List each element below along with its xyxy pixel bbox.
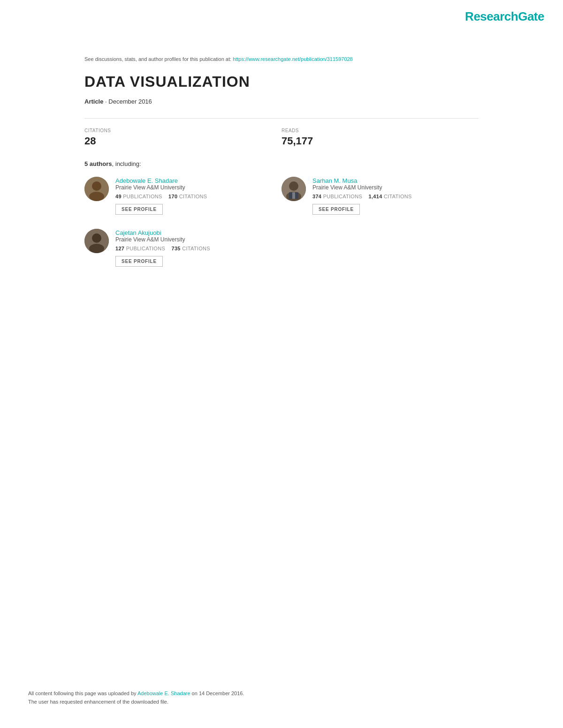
author-name-cajetan[interactable]: Cajetan Akujuobi xyxy=(115,229,161,236)
article-date: December 2016 xyxy=(108,98,152,105)
author-institution-cajetan: Prairie View A&M University xyxy=(115,236,263,243)
avatar-cajetan xyxy=(84,229,109,253)
svg-point-4 xyxy=(289,181,298,191)
reads-value: 75,177 xyxy=(282,135,460,147)
footer-upload-text: All content following this page was uplo… xyxy=(28,690,535,696)
footer-uploader-link[interactable]: Adebowale E. Shadare xyxy=(137,690,190,696)
stats-divider xyxy=(84,118,479,119)
article-meta: Article · December 2016 xyxy=(84,98,479,105)
author-institution-shadare: Prairie View A&M University xyxy=(115,184,263,191)
author-card-shadare: Adebowale E. Shadare Prairie View A&M Un… xyxy=(84,177,282,215)
footer-uploaded-text: All content following this page was uplo… xyxy=(28,690,137,696)
author-info-musa: Sarhan M. Musa Prairie View A&M Universi… xyxy=(312,177,460,215)
publication-title: DATA VISUALIZATION xyxy=(84,73,479,90)
footer-note: The user has requested enhancement of th… xyxy=(28,699,535,705)
author-card-musa: Sarhan M. Musa Prairie View A&M Universi… xyxy=(282,177,479,215)
reads-label: READS xyxy=(282,128,460,133)
see-profile-button-shadare[interactable]: SEE PROFILE xyxy=(115,204,163,215)
avatar-musa xyxy=(282,177,306,201)
svg-point-9 xyxy=(92,233,101,243)
author-info-cajetan: Cajetan Akujuobi Prairie View A&M Univer… xyxy=(115,229,263,267)
citations-label: CITATIONS xyxy=(84,128,263,133)
svg-rect-7 xyxy=(292,192,295,199)
see-profile-button-cajetan[interactable]: SEE PROFILE xyxy=(115,256,163,267)
see-profile-button-musa[interactable]: SEE PROFILE xyxy=(312,204,360,215)
author-info-shadare: Adebowale E. Shadare Prairie View A&M Un… xyxy=(115,177,263,215)
notice-bar: See discussions, stats, and author profi… xyxy=(84,56,479,62)
footer: All content following this page was uplo… xyxy=(28,690,535,705)
site-header: ResearchGate xyxy=(446,0,563,33)
footer-uploaded-date: on 14 December 2016. xyxy=(190,690,244,696)
author-stats-musa: 374 PUBLICATIONS 1,414 CITATIONS xyxy=(312,194,460,199)
svg-point-10 xyxy=(89,244,104,253)
citations-stat: CITATIONS 28 xyxy=(84,128,282,147)
publication-link[interactable]: https://www.researchgate.net/publication… xyxy=(233,56,353,62)
authors-summary: 5 authors, including: xyxy=(84,160,479,167)
svg-point-2 xyxy=(89,192,104,201)
article-type: Article xyxy=(84,98,103,105)
authors-grid: Adebowale E. Shadare Prairie View A&M Un… xyxy=(84,177,479,281)
stats-row: CITATIONS 28 READS 75,177 xyxy=(84,128,479,147)
notice-text: See discussions, stats, and author profi… xyxy=(84,56,233,62)
author-name-musa[interactable]: Sarhan M. Musa xyxy=(312,177,357,184)
reads-stat: READS 75,177 xyxy=(282,128,479,147)
authors-count: 5 authors xyxy=(84,160,112,167)
researchgate-logo: ResearchGate xyxy=(465,9,544,24)
author-card-cajetan: Cajetan Akujuobi Prairie View A&M Univer… xyxy=(84,229,282,267)
citations-value: 28 xyxy=(84,135,263,147)
author-stats-cajetan: 127 PUBLICATIONS 735 CITATIONS xyxy=(115,246,263,251)
author-name-shadare[interactable]: Adebowale E. Shadare xyxy=(115,177,178,184)
avatar-shadare xyxy=(84,177,109,201)
author-institution-musa: Prairie View A&M University xyxy=(312,184,460,191)
svg-point-1 xyxy=(92,181,101,191)
author-stats-shadare: 49 PUBLICATIONS 170 CITATIONS xyxy=(115,194,263,199)
authors-suffix: , including: xyxy=(112,160,141,167)
